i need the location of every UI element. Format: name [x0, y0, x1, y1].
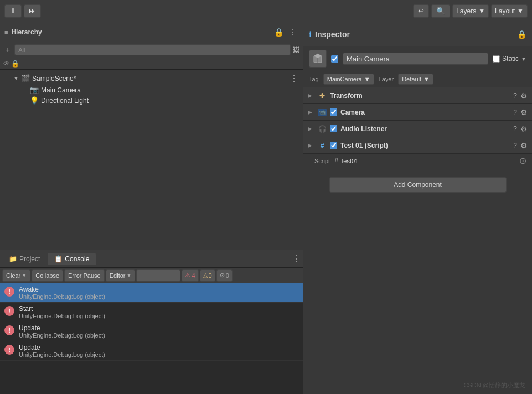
console-toolbar: Clear ▼ Collapse Error Pause Editor ▼ ⚠ … — [0, 268, 303, 283]
main-camera-icon: 📷 — [30, 86, 39, 94]
info-badge[interactable]: ⊘ 0 — [216, 269, 233, 282]
layers-dropdown[interactable]: Layers ▼ — [452, 4, 489, 18]
script-settings-button[interactable]: ⚙ — [520, 141, 528, 150]
visibility-icon[interactable]: 👁 — [3, 60, 10, 68]
transform-settings-button[interactable]: ⚙ — [520, 91, 528, 100]
audio-name: Audio Listener — [340, 125, 510, 133]
layer-dropdown[interactable]: Default ▼ — [398, 74, 433, 85]
object-name-input[interactable] — [343, 53, 488, 65]
script-value-text: Test01 — [340, 158, 358, 164]
samplescene-arrow: ▼ — [13, 75, 21, 81]
hierarchy-search-button[interactable]: 🖼 — [293, 46, 299, 54]
component-camera[interactable]: ▶ 📹 Camera ? ⚙ — [303, 104, 532, 121]
warn-badge[interactable]: △ 0 — [200, 269, 215, 282]
script-cs-icon: # — [334, 157, 338, 165]
log-title-2: Update — [19, 324, 298, 332]
log-title-1: Start — [19, 305, 298, 313]
error-badge-icon: ⚠ — [185, 272, 190, 279]
tab-bar: 📁 Project 📋 Console ⋮ — [0, 250, 303, 268]
tag-layer-row: Tag MainCamera ▼ Layer Default ▼ — [303, 71, 532, 87]
hierarchy-header: ≡ Hierarchy 🔒 ⋮ — [0, 22, 303, 42]
step-button[interactable]: ⏭ — [24, 4, 41, 18]
hierarchy-lock-button[interactable]: 🔒 — [272, 28, 285, 37]
log-icon-2: ! — [4, 325, 14, 335]
audio-icon: 🎧 — [318, 125, 327, 133]
log-text-3: Update UnityEngine.Debug:Log (object) — [19, 344, 298, 358]
log-text-0: Awake UnityEngine.Debug:Log (object) — [19, 286, 298, 300]
tab-console[interactable]: 📋 Console — [48, 253, 96, 265]
static-checkbox[interactable] — [493, 55, 500, 63]
history-button[interactable]: ↩ — [413, 4, 429, 18]
script-name: Test 01 (Script) — [340, 142, 510, 149]
clear-button[interactable]: Clear ▼ — [2, 269, 30, 282]
pause-button[interactable]: ⏸ — [4, 4, 22, 18]
lock-icon[interactable]: 🔒 — [11, 60, 19, 68]
directional-light-icon: 💡 — [30, 96, 39, 105]
transform-help-button[interactable]: ? — [513, 92, 517, 100]
hierarchy-add-button[interactable]: + — [3, 45, 12, 54]
tree-item-samplescene[interactable]: ▼ 🎬 SampleScene* ⋮ — [0, 72, 303, 85]
tab-more-button[interactable]: ⋮ — [292, 253, 301, 264]
log-text-1: Start UnityEngine.Debug:Log (object) — [19, 305, 298, 319]
add-component-section: Add Component — [303, 168, 532, 201]
tree-item-directional-light[interactable]: 💡 Directional Light — [0, 95, 303, 106]
script-field-more[interactable]: ⊙ — [519, 155, 526, 166]
error-pause-button[interactable]: Error Pause — [64, 269, 105, 282]
script-field-label: Script — [314, 158, 330, 164]
log-item-1[interactable]: ! Start UnityEngine.Debug:Log (object) — [0, 303, 303, 322]
add-component-button[interactable]: Add Component — [329, 177, 507, 193]
info-count: 0 — [226, 272, 229, 279]
log-title-3: Update — [19, 344, 298, 351]
project-tab-icon: 📁 — [9, 255, 17, 263]
component-transform[interactable]: ▶ ✤ Transform ? ⚙ — [303, 87, 532, 104]
camera-icon: 📹 — [318, 109, 327, 116]
audio-help-button[interactable]: ? — [513, 125, 517, 133]
camera-active-checkbox[interactable] — [330, 108, 337, 116]
console-search-input[interactable] — [136, 269, 180, 282]
component-audio-listener[interactable]: ▶ 🎧 Audio Listener ? ⚙ — [303, 121, 532, 137]
layer-arrow-icon: ▼ — [423, 76, 430, 82]
script-arrow-icon: ▶ — [308, 142, 314, 148]
audio-active-checkbox[interactable] — [330, 125, 337, 132]
static-dropdown-arrow[interactable]: ▼ — [521, 56, 526, 62]
hierarchy-tree: ▼ 🎬 SampleScene* ⋮ 📷 Main Camera — [0, 70, 303, 250]
samplescene-label: SampleScene* — [32, 75, 76, 82]
editor-arrow-icon: ▼ — [126, 273, 131, 278]
script-hash-icon: # — [318, 141, 327, 150]
tag-value: MainCamera — [327, 76, 362, 82]
camera-settings-button[interactable]: ⚙ — [520, 108, 528, 117]
top-toolbar: ⏸ ⏭ ↩ 🔍 Layers ▼ Layout ▼ — [0, 0, 532, 22]
camera-help-button[interactable]: ? — [513, 108, 517, 116]
log-item-3[interactable]: ! Update UnityEngine.Debug:Log (object) — [0, 341, 303, 361]
tree-item-main-camera[interactable]: 📷 Main Camera — [0, 85, 303, 95]
collapse-button[interactable]: Collapse — [32, 269, 63, 282]
log-item-2[interactable]: ! Update UnityEngine.Debug:Log (object) — [0, 322, 303, 341]
search-toolbar-button[interactable]: 🔍 — [431, 4, 450, 18]
component-script[interactable]: ▶ # Test 01 (Script) ? ⚙ — [303, 137, 532, 154]
log-sub-1: UnityEngine.Debug:Log (object) — [19, 313, 298, 319]
log-item-0[interactable]: ! Awake UnityEngine.Debug:Log (object) — [0, 283, 303, 303]
tag-dropdown[interactable]: MainCamera ▼ — [323, 74, 374, 85]
object-cube-icon — [309, 50, 327, 68]
script-active-checkbox[interactable] — [330, 142, 337, 149]
tab-project[interactable]: 📁 Project — [2, 253, 47, 265]
layout-label: Layout — [495, 7, 515, 15]
audio-settings-button[interactable]: ⚙ — [520, 125, 528, 133]
object-active-checkbox[interactable] — [331, 55, 338, 63]
error-badge[interactable]: ⚠ 4 — [182, 269, 198, 282]
samplescene-more[interactable]: ⋮ — [290, 73, 298, 84]
hierarchy-search-input[interactable] — [14, 44, 291, 55]
directional-light-label: Directional Light — [41, 97, 89, 105]
script-help-button[interactable]: ? — [513, 142, 517, 149]
inspector-lock-button[interactable]: 🔒 — [517, 30, 526, 39]
warn-count: 0 — [209, 272, 212, 279]
layer-value: Default — [402, 76, 421, 82]
layout-dropdown[interactable]: Layout ▼ — [491, 4, 528, 18]
layers-label: Layers — [456, 7, 476, 15]
hierarchy-panel: ≡ Hierarchy 🔒 ⋮ + 🖼 👁 🔒 — [0, 22, 303, 250]
camera-arrow-icon: ▶ — [308, 109, 314, 115]
collapse-label: Collapse — [35, 272, 59, 279]
hierarchy-more-button[interactable]: ⋮ — [287, 28, 298, 37]
log-icon-0: ! — [4, 287, 14, 297]
editor-button[interactable]: Editor ▼ — [106, 269, 136, 282]
